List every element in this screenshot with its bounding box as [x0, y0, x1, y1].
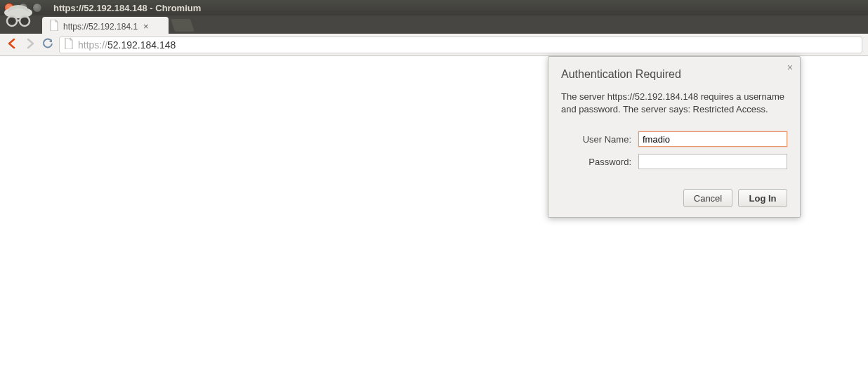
svg-point-3	[8, 18, 15, 25]
login-button[interactable]: Log In	[738, 189, 787, 207]
username-label: User Name:	[561, 134, 638, 145]
page-icon	[64, 38, 74, 51]
new-tab-button[interactable]	[171, 19, 195, 32]
cancel-button[interactable]: Cancel	[683, 189, 732, 207]
url-host: 52.192.184.148	[107, 39, 176, 51]
password-label: Password:	[561, 157, 638, 167]
forward-button[interactable]	[24, 37, 37, 52]
window-titlebar: https://52.192.184.148 - Chromium	[0, 0, 868, 15]
browser-tab[interactable]: https://52.192.184.1 ×	[42, 17, 169, 34]
password-input[interactable]	[638, 154, 787, 169]
url-scheme: https://	[78, 39, 107, 51]
incognito-icon	[0, 1, 39, 29]
username-input[interactable]	[638, 131, 787, 147]
tab-title: https://52.192.184.1	[63, 22, 138, 32]
auth-dialog: × Authentication Required The server htt…	[548, 56, 801, 218]
dialog-button-row: Cancel Log In	[561, 189, 787, 207]
tab-strip: https://52.192.184.1 ×	[0, 15, 868, 34]
username-row: User Name:	[561, 131, 787, 147]
address-bar[interactable]: https://52.192.184.148	[59, 37, 862, 53]
browser-toolbar: https://52.192.184.148	[0, 34, 868, 56]
tab-close-button[interactable]: ×	[143, 22, 149, 31]
window-title: https://52.192.184.148 - Chromium	[53, 3, 201, 13]
dialog-title: Authentication Required	[561, 68, 787, 81]
page-icon	[49, 20, 59, 33]
svg-point-4	[21, 18, 28, 25]
reload-button[interactable]	[42, 38, 53, 51]
password-row: Password:	[561, 154, 787, 169]
dialog-close-button[interactable]: ×	[787, 63, 793, 72]
dialog-message: The server https://52.192.184.148 requir…	[561, 91, 787, 116]
back-button[interactable]	[6, 37, 18, 52]
page-content: × Authentication Required The server htt…	[0, 56, 868, 368]
